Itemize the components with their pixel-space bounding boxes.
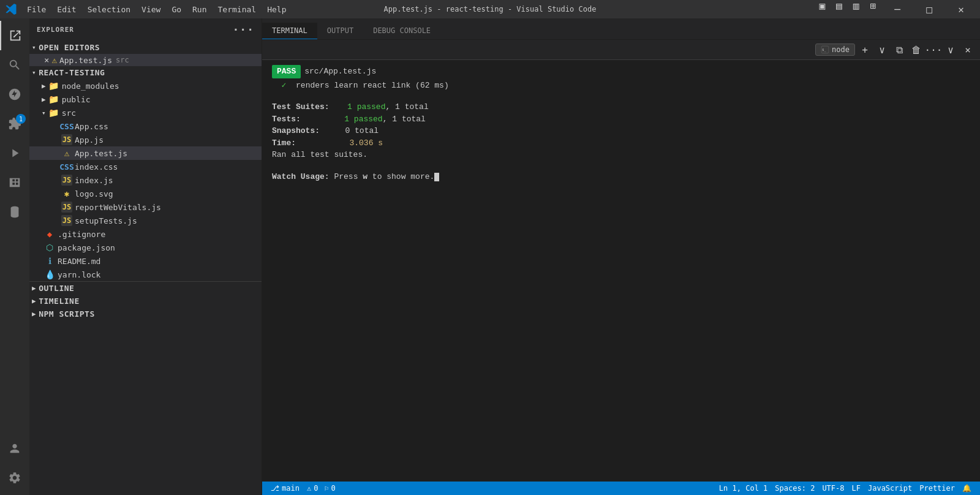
tab-debug-console[interactable]: DEBUG CONSOLE bbox=[363, 23, 440, 39]
file-app-js[interactable]: JS App.js bbox=[29, 133, 262, 146]
folder-node-modules[interactable]: ▶ 📁 node_modules bbox=[29, 79, 262, 93]
encoding-status[interactable]: UTF-8 bbox=[818, 484, 848, 493]
menu-view[interactable]: View bbox=[137, 4, 165, 15]
svg-text:$_: $_ bbox=[822, 48, 826, 52]
status-bar: ⎇ main ⚠ 0 ⚐ 0 Ln 1, Col 1 Spaces: 2 UTF… bbox=[262, 482, 980, 495]
js-icon: JS bbox=[61, 202, 72, 213]
open-editors-label: OPEN EDITORS bbox=[39, 43, 100, 52]
menu-file[interactable]: File bbox=[22, 4, 51, 15]
sidebar-title: Explorer bbox=[37, 26, 74, 34]
activity-database[interactable] bbox=[0, 197, 29, 227]
activity-bar: 1 bbox=[0, 18, 29, 495]
terminal-body[interactable]: PASSsrc/App.test.js ✓ renders learn reac… bbox=[262, 60, 980, 482]
open-editor-app-test[interactable]: × ⚠ App.test.js src bbox=[29, 54, 262, 66]
menu-run[interactable]: Run bbox=[187, 4, 211, 15]
file-setup-tests[interactable]: JS setupTests.js bbox=[29, 214, 262, 227]
open-editor-filename: App.test.js bbox=[59, 56, 112, 65]
close-icon[interactable]: × bbox=[44, 55, 49, 65]
src-name: src bbox=[62, 108, 76, 118]
react-testing-chevron: ▾ bbox=[32, 69, 36, 77]
error-status[interactable]: ⚠ 0 ⚐ 0 bbox=[303, 484, 339, 493]
tab-terminal[interactable]: TERMINAL bbox=[262, 23, 317, 39]
css-icon: CSS bbox=[61, 161, 72, 172]
terminal-more-btn[interactable]: ··· bbox=[926, 42, 941, 57]
npm-scripts-section[interactable]: ▶ NPM SCRIPTS bbox=[29, 308, 262, 320]
check-symbol bbox=[272, 81, 282, 90]
suites-label: Test Suites: bbox=[272, 102, 330, 111]
split-terminal-btn[interactable]: ∨ bbox=[875, 42, 889, 57]
terminal-stats: Test Suites: 1 passed, 1 total Tests: 1 … bbox=[272, 101, 970, 161]
cursor-position-status[interactable]: Ln 1, Col 1 bbox=[715, 484, 771, 493]
close-button[interactable]: ✕ bbox=[947, 0, 975, 18]
language-status[interactable]: JavaScript bbox=[864, 484, 916, 493]
minimize-button[interactable]: ─ bbox=[883, 0, 911, 18]
customize-layout-btn[interactable]: ⊞ bbox=[866, 0, 880, 18]
outline-label: OUTLINE bbox=[39, 284, 74, 293]
maximize-button[interactable]: □ bbox=[915, 0, 943, 18]
terminal-ran-line: Ran all test suites. bbox=[272, 149, 970, 161]
activity-extensions[interactable]: 1 bbox=[0, 109, 29, 138]
sidebar-menu-btn[interactable]: ··· bbox=[232, 23, 254, 36]
node-button[interactable]: $_ node bbox=[815, 43, 855, 56]
timeline-section[interactable]: ▶ TIMELINE bbox=[29, 295, 262, 308]
file-app-css[interactable]: CSS App.css bbox=[29, 119, 262, 133]
line-endings-status[interactable]: LF bbox=[848, 484, 864, 493]
timeline-label: TIMELINE bbox=[39, 297, 80, 306]
open-editors-chevron: ▾ bbox=[32, 43, 36, 51]
activity-account[interactable] bbox=[0, 434, 29, 463]
tab-output[interactable]: OUTPUT bbox=[317, 23, 363, 39]
menu-selection[interactable]: Selection bbox=[83, 4, 135, 15]
activity-run[interactable] bbox=[0, 138, 29, 168]
new-terminal-btn[interactable]: + bbox=[858, 42, 872, 57]
file-gitignore[interactable]: ◆ .gitignore bbox=[29, 227, 262, 241]
activity-git[interactable] bbox=[0, 80, 29, 109]
collapse-panel-btn[interactable]: ∨ bbox=[943, 42, 958, 57]
notification-status[interactable]: 🔔 bbox=[959, 484, 975, 493]
file-index-js[interactable]: JS index.js bbox=[29, 173, 262, 187]
toggle-editor-btn[interactable]: ▤ bbox=[832, 0, 846, 18]
react-testing-section[interactable]: ▾ REACT-TESTING bbox=[29, 66, 262, 79]
git-branch-status[interactable]: ⎇ main bbox=[267, 484, 303, 493]
pass-badge: PASS bbox=[272, 65, 301, 78]
panel-tabs: TERMINAL OUTPUT DEBUG CONSOLE bbox=[262, 18, 980, 40]
file-yarn-lock[interactable]: 💧 yarn.lock bbox=[29, 268, 262, 281]
src-chevron: ▾ bbox=[42, 109, 46, 117]
npm-scripts-label: NPM SCRIPTS bbox=[39, 309, 95, 319]
menu-terminal[interactable]: Terminal bbox=[213, 4, 262, 15]
open-editor-path: src bbox=[116, 56, 129, 64]
activity-explorer[interactable] bbox=[0, 21, 29, 50]
file-readme[interactable]: ℹ README.md bbox=[29, 254, 262, 268]
file-app-test-js[interactable]: ⚠ App.test.js bbox=[29, 146, 262, 160]
language-label: JavaScript bbox=[868, 484, 912, 493]
menu-go[interactable]: Go bbox=[167, 4, 186, 15]
tests-total: , 1 total bbox=[383, 115, 426, 124]
snapshots-value: 0 total bbox=[345, 126, 379, 135]
close-panel-btn[interactable]: × bbox=[960, 42, 975, 57]
outline-section[interactable]: ▶ OUTLINE bbox=[29, 282, 262, 295]
toggle-sidebar-btn[interactable]: ▣ bbox=[815, 0, 829, 18]
file-report-web-vitals[interactable]: JS reportWebVitals.js bbox=[29, 200, 262, 214]
css-icon: CSS bbox=[61, 121, 72, 132]
file-package-json[interactable]: ⬡ package.json bbox=[29, 241, 262, 254]
app-css-name: App.css bbox=[75, 122, 108, 131]
indentation-label: Spaces: 2 bbox=[775, 484, 815, 493]
menu-help[interactable]: Help bbox=[262, 4, 291, 15]
terminal-time-line: Time: 3.036 s bbox=[272, 137, 970, 149]
maximize-panel-btn[interactable]: ⧉ bbox=[892, 42, 907, 57]
activity-docker[interactable] bbox=[0, 168, 29, 197]
file-index-css[interactable]: CSS index.css bbox=[29, 160, 262, 173]
activity-search[interactable] bbox=[0, 50, 29, 80]
menu-edit[interactable]: Edit bbox=[52, 4, 81, 15]
cursor-pos-label: Ln 1, Col 1 bbox=[719, 484, 767, 493]
node-label: node bbox=[832, 45, 850, 54]
indentation-status[interactable]: Spaces: 2 bbox=[771, 484, 818, 493]
folder-src[interactable]: ▾ 📁 src bbox=[29, 106, 262, 119]
delete-terminal-btn[interactable]: 🗑 bbox=[909, 42, 924, 57]
folder-public[interactable]: ▶ 📁 public bbox=[29, 93, 262, 106]
open-editors-section[interactable]: ▾ OPEN EDITORS bbox=[29, 41, 262, 54]
file-logo-svg[interactable]: ✱ logo.svg bbox=[29, 187, 262, 200]
toggle-panel-btn[interactable]: ▥ bbox=[850, 0, 863, 18]
activity-settings[interactable] bbox=[0, 463, 29, 493]
formatter-status[interactable]: Prettier bbox=[916, 484, 959, 493]
src-folder-icon: 📁 bbox=[48, 107, 59, 118]
